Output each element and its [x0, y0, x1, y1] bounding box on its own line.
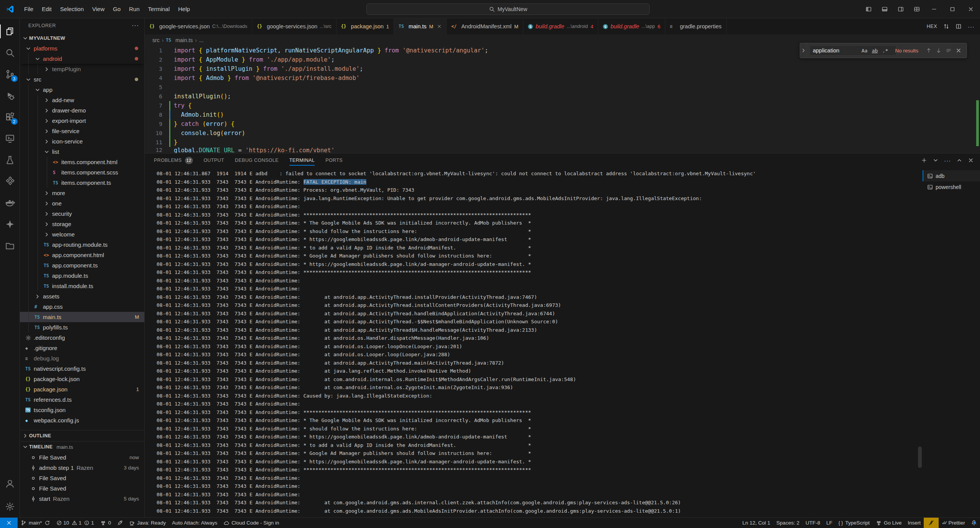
find-previous-icon[interactable]: [924, 46, 934, 55]
tree-item-app[interactable]: app: [20, 85, 144, 95]
menu-go[interactable]: Go: [109, 4, 125, 14]
find-toggle-regex[interactable]: .*: [880, 46, 890, 55]
terminal-scrollbar[interactable]: [918, 447, 922, 468]
tree-item-security[interactable]: security: [20, 209, 144, 219]
find-in-selection-icon[interactable]: [944, 46, 954, 55]
customize-layout[interactable]: [909, 0, 925, 18]
tab-build-gradle-5[interactable]: Gbuild.gradle...\android4: [523, 18, 598, 34]
activitybar-project-manager[interactable]: [0, 235, 20, 256]
breadcrumb-main-ts[interactable]: main.ts: [175, 37, 193, 43]
new-terminal-icon[interactable]: [921, 157, 927, 163]
status-encoding[interactable]: UTF-8: [802, 518, 823, 528]
tab-build-gradle-6[interactable]: Gbuild.gradle...\app6: [598, 18, 665, 34]
views-more-icon[interactable]: ···: [132, 22, 139, 29]
timeline-item[interactable]: File Saved: [20, 483, 144, 494]
tree-item-install-module-ts[interactable]: TSinstall.module.ts: [20, 281, 144, 291]
tree-item-tempplugin[interactable]: tempPlugin: [20, 64, 144, 74]
status-insert-mode[interactable]: Insert: [905, 518, 924, 528]
status-launch[interactable]: [114, 518, 126, 528]
tree-item-debug-log[interactable]: ≡debug.log: [20, 353, 144, 363]
terminal-dropdown-icon[interactable]: [933, 157, 939, 163]
panel-tab-terminal[interactable]: TERMINAL: [289, 153, 315, 167]
activitybar-gemini-code-assist[interactable]: [0, 213, 20, 235]
toggle-primary-sidebar[interactable]: [861, 0, 877, 18]
activitybar-remote-explorer[interactable]: [0, 128, 20, 149]
tree-item-app-component-ts[interactable]: TSapp.component.ts: [20, 260, 144, 271]
find-close-icon[interactable]: [954, 46, 964, 55]
status-remote-indicator[interactable]: [0, 518, 18, 528]
tree-item-references-d-ts[interactable]: TSreferences.d.ts: [20, 394, 144, 405]
maximize-panel-icon[interactable]: [956, 157, 962, 163]
timeline-item[interactable]: admob step 1Razen3 days: [20, 463, 144, 473]
menu-run[interactable]: Run: [125, 4, 144, 14]
tree-item-storage[interactable]: storage: [20, 219, 144, 229]
activitybar-extensions[interactable]: 2: [0, 106, 20, 128]
tab-google-services-json-0[interactable]: {}google-services.jsonC:\...\Downloads: [145, 18, 252, 34]
status-cursor-position[interactable]: Ln 12, Col 1: [739, 518, 773, 528]
status-java-status[interactable]: Java: Ready: [126, 518, 169, 528]
panel-tab-problems[interactable]: PROBLEMS12: [154, 153, 193, 167]
panel-tab-output[interactable]: OUTPUT: [204, 153, 224, 167]
status-language-mode[interactable]: { }TypeScript: [835, 518, 873, 528]
tree-item-app-routing-module-ts[interactable]: TSapp-routing.module.ts: [20, 240, 144, 250]
status-cloud-code[interactable]: Cloud Code - Sign in: [220, 518, 283, 528]
tree-item-one[interactable]: one: [20, 198, 144, 209]
activitybar-view-diamonds[interactable]: [0, 171, 20, 192]
activitybar-testing[interactable]: [0, 149, 20, 171]
timeline-item[interactable]: File Saved: [20, 473, 144, 483]
status-prettier[interactable]: ✓✓ Prettier: [939, 518, 968, 528]
tab-gradle-properties-7[interactable]: ≡gradle.properties: [665, 18, 727, 34]
tab-package-json-2[interactable]: {}package.json1: [336, 18, 394, 34]
activitybar-explorer[interactable]: [0, 21, 20, 42]
tree-item-package-lock-json[interactable]: {}package-lock.json: [20, 374, 144, 384]
menu-edit[interactable]: Edit: [38, 4, 56, 14]
more-actions-icon[interactable]: ···: [968, 23, 975, 30]
tree-item-file-service[interactable]: file-service: [20, 126, 144, 136]
activitybar-search[interactable]: [0, 42, 20, 64]
timeline-item[interactable]: File Savednow: [20, 452, 144, 463]
section-outline[interactable]: OUTLINE: [20, 430, 144, 441]
tree-item-drawer-demo[interactable]: drawer-demo: [20, 105, 144, 116]
tree-item-platforms[interactable]: platforms: [20, 43, 144, 54]
tab-androidmanifest-xml-4[interactable]: </AndroidManifest.xmlM: [447, 18, 523, 34]
menu-file[interactable]: File: [20, 4, 38, 14]
code-editor[interactable]: 1import { platformNativeScript, runNativ…: [145, 46, 980, 153]
maximize[interactable]: [943, 0, 962, 18]
breadcrumb-src[interactable]: src: [152, 37, 160, 43]
find-toggle-case-sensitive[interactable]: Aa: [860, 46, 869, 55]
status-indentation[interactable]: Spaces: 2: [773, 518, 802, 528]
status-highlight-toggle[interactable]: [924, 518, 939, 528]
status-problems-summary[interactable]: 1011: [53, 518, 97, 528]
status-notifications[interactable]: [968, 518, 980, 528]
breadcrumb-[interactable]: ...: [199, 37, 204, 43]
find-next-icon[interactable]: [934, 46, 944, 55]
tree-item-export-import[interactable]: export-import: [20, 116, 144, 126]
activitybar-source-control[interactable]: 3: [0, 64, 20, 85]
tree-item-src[interactable]: src: [20, 74, 144, 85]
status-ports-forwarded[interactable]: 0: [97, 518, 114, 528]
tree-item-main-ts[interactable]: TSmain.tsM: [20, 312, 144, 322]
status-git-branch[interactable]: main*: [18, 518, 53, 528]
status-auto-attach[interactable]: Auto Attach: Always: [169, 518, 220, 528]
tree-item-package-json[interactable]: {}package.json1: [20, 384, 144, 394]
tab-main-ts-3[interactable]: TSmain.tsM: [394, 18, 447, 34]
tree-item-icon-service[interactable]: icon-service: [20, 136, 144, 147]
close-window[interactable]: [962, 0, 980, 18]
tree-item-gitignore[interactable]: ◆.gitignore: [20, 343, 144, 353]
panel-more-icon[interactable]: ···: [944, 157, 951, 164]
tree-item-android[interactable]: android: [20, 54, 144, 64]
tree-item-app-component-html[interactable]: <>app.component.html: [20, 250, 144, 260]
terminal-viewport[interactable]: 08-01 12:46:31.867 1914 1914 E adbd : fa…: [145, 167, 923, 517]
split-editor-icon[interactable]: [956, 23, 962, 29]
activitybar-run-and-debug[interactable]: [0, 85, 20, 106]
open-changes-icon[interactable]: [943, 23, 949, 29]
tree-item-editorconfig[interactable]: .editorconfig: [20, 332, 144, 343]
toggle-panel[interactable]: [877, 0, 893, 18]
tab-close-icon[interactable]: [437, 23, 442, 29]
minimize[interactable]: [925, 0, 943, 18]
menu-terminal[interactable]: Terminal: [144, 4, 174, 14]
tree-item-assets[interactable]: assets: [20, 291, 144, 301]
terminal-session-adb[interactable]: adb: [923, 170, 980, 181]
tree-item-items-component-html[interactable]: <>items.component.html: [20, 157, 144, 167]
section-myvaultnew[interactable]: MYVAULTNEW: [20, 33, 144, 43]
